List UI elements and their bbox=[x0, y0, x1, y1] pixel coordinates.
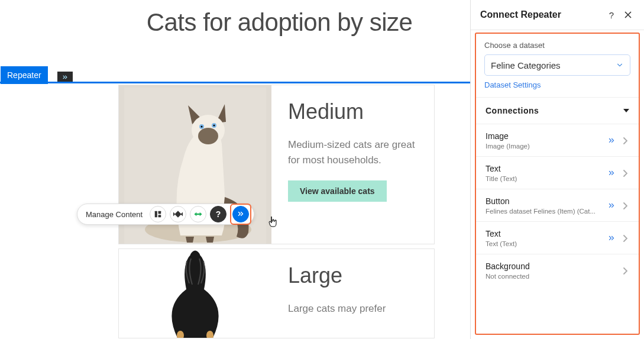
connect-arrow-icon bbox=[61, 73, 69, 82]
layout-icon bbox=[154, 210, 162, 218]
view-available-button[interactable]: View available cats bbox=[288, 180, 387, 202]
help-icon: ? bbox=[216, 209, 221, 219]
card-image[interactable] bbox=[119, 249, 271, 338]
help-icon: ? bbox=[609, 10, 614, 20]
connection-title: Text bbox=[486, 164, 602, 173]
connected-icon bbox=[607, 137, 616, 145]
panel-header: Connect Repeater ? bbox=[471, 0, 644, 30]
connection-subtitle: Image (Image) bbox=[486, 143, 602, 150]
panel-title: Connect Repeater bbox=[480, 9, 601, 20]
help-button[interactable]: ? bbox=[210, 206, 226, 222]
panel-close-button[interactable] bbox=[622, 8, 635, 21]
connection-row-background[interactable]: Background Not connected bbox=[476, 254, 639, 286]
connection-title: Background bbox=[486, 261, 616, 271]
connection-row-image[interactable]: Image Image (Image) bbox=[476, 124, 639, 157]
card-description[interactable]: Large cats may prefer bbox=[288, 301, 418, 317]
svg-point-3 bbox=[198, 128, 218, 144]
dataset-selected-value: Feline Categories bbox=[491, 60, 561, 70]
connection-title: Button bbox=[486, 196, 602, 206]
card-body: Large Large cats may prefer bbox=[271, 249, 434, 338]
connected-icon bbox=[607, 234, 616, 243]
animation-button[interactable] bbox=[170, 206, 186, 222]
animation-icon bbox=[173, 210, 183, 218]
connected-icon bbox=[607, 169, 616, 177]
panel-body-highlight: Choose a dataset Feline Categories Datas… bbox=[475, 33, 640, 335]
triangle-down-icon bbox=[623, 108, 629, 114]
layout-button[interactable] bbox=[150, 206, 166, 222]
manage-content-button[interactable]: Manage Content bbox=[86, 210, 143, 219]
connected-icon bbox=[607, 202, 616, 210]
page-title: Cats for adoption by size bbox=[118, 8, 441, 37]
card-heading[interactable]: Medium bbox=[288, 99, 418, 124]
connections-list: Image Image (Image) Text Title (Text) Bu… bbox=[476, 124, 639, 286]
chevron-down-icon bbox=[616, 61, 624, 69]
svg-rect-11 bbox=[155, 211, 157, 218]
connect-repeater-panel: Connect Repeater ? Choose a dataset Feli… bbox=[470, 0, 644, 339]
dataset-section: Choose a dataset Feline Categories Datas… bbox=[476, 34, 639, 98]
choose-dataset-label: Choose a dataset bbox=[484, 41, 630, 50]
svg-rect-13 bbox=[158, 215, 161, 217]
stretch-button[interactable] bbox=[190, 206, 206, 222]
connection-row-text[interactable]: Text Title (Text) bbox=[476, 157, 639, 189]
connection-title: Image bbox=[486, 131, 602, 141]
stretch-icon bbox=[193, 211, 203, 218]
connections-accordion-header[interactable]: Connections bbox=[476, 98, 639, 124]
element-floating-toolbar: Manage Content ? bbox=[77, 204, 254, 225]
chevron-right-icon bbox=[621, 137, 629, 144]
dataset-select[interactable]: Feline Categories bbox=[484, 54, 630, 76]
svg-rect-12 bbox=[158, 211, 161, 214]
close-icon bbox=[624, 11, 632, 18]
connection-subtitle: Text (Text) bbox=[486, 240, 602, 247]
repeater-top-border bbox=[0, 82, 470, 83]
dataset-settings-link[interactable]: Dataset Settings bbox=[484, 80, 541, 89]
repeater-item[interactable]: Large Large cats may prefer bbox=[118, 248, 435, 338]
chevron-right-icon bbox=[621, 202, 629, 209]
editor-canvas: Cats for adoption by size Repeater bbox=[0, 0, 470, 339]
svg-point-7 bbox=[213, 125, 215, 127]
card-heading[interactable]: Large bbox=[288, 263, 418, 288]
black-cat-illustration bbox=[121, 249, 269, 338]
connection-subtitle: Felines dataset Felines (Item) (Cat... bbox=[486, 208, 602, 215]
connection-subtitle: Not connected bbox=[486, 273, 616, 280]
svg-point-6 bbox=[201, 126, 203, 128]
connection-title: Text bbox=[486, 229, 602, 238]
chevron-right-icon bbox=[621, 267, 629, 275]
chevron-right-icon bbox=[621, 235, 629, 242]
connect-data-highlight bbox=[230, 204, 251, 225]
connect-data-icon bbox=[237, 210, 245, 218]
card-description[interactable]: Medium-sized cats are great for most hou… bbox=[288, 137, 418, 167]
connections-label: Connections bbox=[486, 106, 539, 115]
panel-help-button[interactable]: ? bbox=[605, 8, 618, 21]
connect-data-button[interactable] bbox=[232, 206, 249, 222]
chevron-right-icon bbox=[621, 170, 629, 177]
connection-subtitle: Title (Text) bbox=[486, 175, 602, 182]
cursor-pointer-icon bbox=[267, 215, 279, 228]
connection-row-text2[interactable]: Text Text (Text) bbox=[476, 222, 639, 254]
connection-row-button[interactable]: Button Felines dataset Felines (Item) (C… bbox=[476, 189, 639, 222]
card-body: Medium Medium-sized cats are great for m… bbox=[271, 85, 434, 244]
